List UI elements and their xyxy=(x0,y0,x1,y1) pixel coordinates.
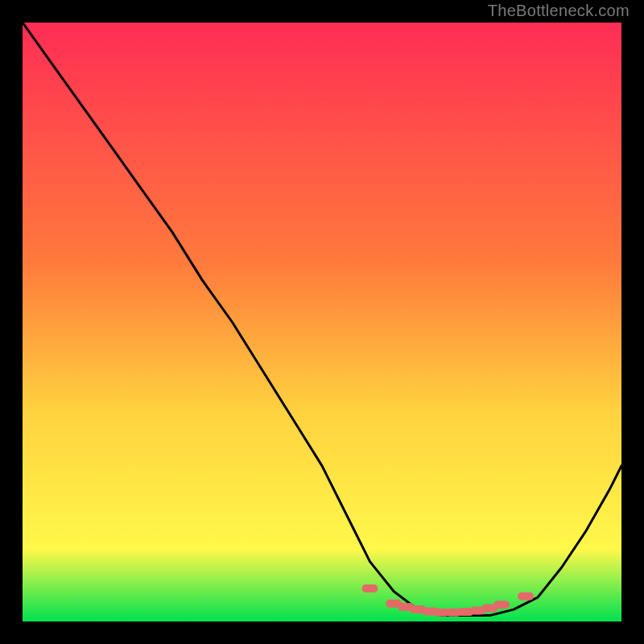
chart-svg xyxy=(23,23,621,621)
gradient-background xyxy=(23,23,621,621)
marker-dot xyxy=(518,592,534,601)
chart-container xyxy=(23,23,621,621)
marker-dot xyxy=(493,601,510,609)
attribution-label: TheBottleneck.com xyxy=(488,2,630,20)
marker-dot xyxy=(362,584,378,592)
